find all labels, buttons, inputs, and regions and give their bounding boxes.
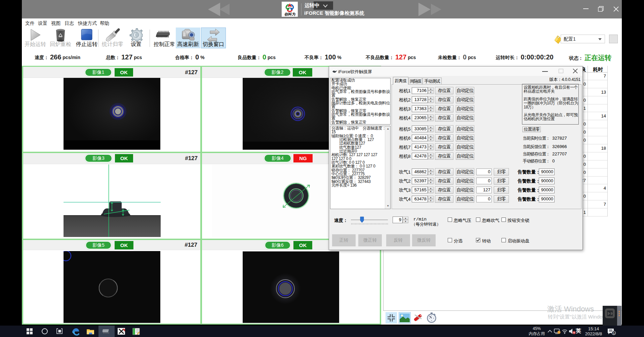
svg-text:5: 5 xyxy=(613,332,614,335)
svg-text:创科为: 创科为 xyxy=(284,12,296,16)
